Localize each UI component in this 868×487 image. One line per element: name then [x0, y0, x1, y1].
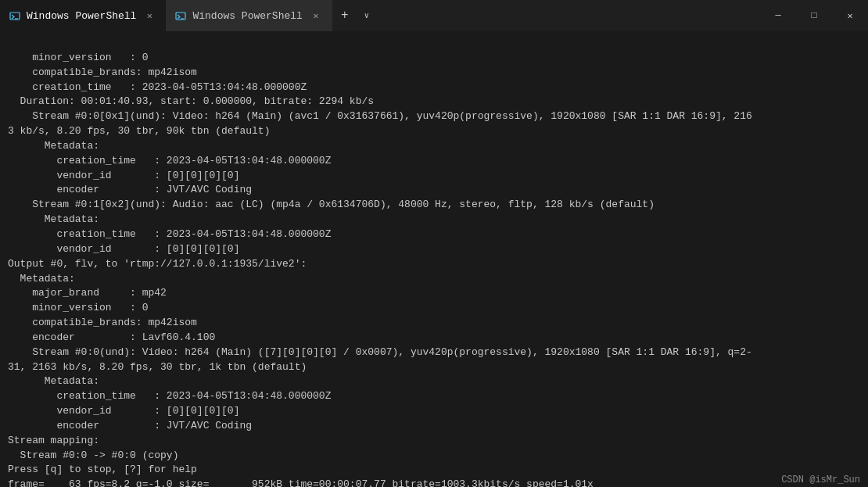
terminal-line: encoder : JVT/AVC Coding: [8, 419, 860, 434]
terminal-line: encoder : Lavf60.4.100: [8, 331, 860, 346]
tab-dropdown-button[interactable]: ∨: [357, 0, 376, 31]
terminal-line: frame= 63 fps=8.2 q=-1.0 size= 952kB tim…: [8, 478, 860, 487]
terminal-line: Metadata:: [8, 272, 860, 287]
tab1-icon: [9, 10, 20, 21]
minimize-icon: ─: [775, 10, 780, 21]
terminal-line: 31, 2163 kb/s, 8.20 fps, 30 tbr, 1k tbn …: [8, 360, 860, 375]
terminal-line: vendor_id : [0][0][0][0]: [8, 169, 860, 184]
terminal-line: Metadata:: [8, 213, 860, 227]
terminal-line: Stream #0:0(und): Video: h264 (Main) ([7…: [8, 346, 860, 360]
maximize-icon: □: [811, 10, 816, 21]
tab2-icon: [175, 10, 186, 21]
terminal-line: 3 kb/s, 8.20 fps, 30 tbr, 90k tbn (defau…: [8, 124, 860, 139]
close-icon: ✕: [847, 10, 852, 22]
tab2-close-button[interactable]: ✕: [309, 9, 323, 23]
minimize-button[interactable]: ─: [760, 0, 796, 31]
terminal-line: Output #0, flv, to 'rtmp://127.0.0.1:193…: [8, 257, 860, 272]
watermark: CSDN @isMr_Sun: [781, 474, 860, 485]
terminal-line: creation_time : 2023-04-05T13:04:48.0000…: [8, 227, 860, 242]
tab-1[interactable]: Windows PowerShell ✕: [0, 0, 166, 31]
close-button[interactable]: ✕: [832, 0, 868, 31]
maximize-button[interactable]: □: [796, 0, 832, 31]
window-controls: ─ □ ✕: [760, 0, 868, 31]
terminal-line: major_brand : mp42: [8, 286, 860, 301]
terminal-line: vendor_id : [0][0][0][0]: [8, 242, 860, 257]
terminal-line: minor_version : 0: [8, 301, 860, 316]
terminal-line: creation_time : 2023-04-05T13:04:48.0000…: [8, 389, 860, 404]
tab-2[interactable]: Windows PowerShell ✕: [166, 0, 332, 31]
terminal-line: Stream #0:0 -> #0:0 (copy): [8, 449, 860, 464]
dropdown-icon: ∨: [364, 11, 369, 20]
terminal-line: Stream mapping:: [8, 434, 860, 449]
terminal-line: compatible_brands: mp42isom: [8, 66, 860, 81]
terminal-line: creation_time : 2023-04-05T13:04:48.0000…: [8, 154, 860, 169]
terminal-line: Duration: 00:01:40.93, start: 0.000000, …: [8, 95, 860, 109]
tab1-label: Windows PowerShell: [27, 10, 136, 22]
terminal-line: minor_version : 0: [8, 51, 860, 66]
terminal-line: encoder : JVT/AVC Coding: [8, 183, 860, 198]
terminal-line: Metadata:: [8, 139, 860, 154]
titlebar: Windows PowerShell ✕ Windows PowerShell …: [0, 0, 868, 31]
terminal-line: Metadata:: [8, 374, 860, 389]
new-tab-button[interactable]: +: [332, 0, 357, 31]
terminal-line: Stream #0:0[0x1](und): Video: h264 (Main…: [8, 109, 860, 124]
terminal-line: compatible_brands: mp42isom: [8, 316, 860, 331]
terminal-line: Press [q] to stop, [?] for help: [8, 463, 860, 478]
terminal-line: creation_time : 2023-04-05T13:04:48.0000…: [8, 81, 860, 95]
tab2-label: Windows PowerShell: [192, 10, 302, 22]
terminal-output: minor_version : 0 compatible_brands: mp4…: [0, 31, 868, 487]
terminal-line: vendor_id : [0][0][0][0]: [8, 404, 860, 419]
tab1-close-button[interactable]: ✕: [142, 9, 156, 23]
terminal-line: Stream #0:1[0x2](und): Audio: aac (LC) (…: [8, 198, 860, 213]
new-tab-icon: +: [341, 9, 349, 23]
